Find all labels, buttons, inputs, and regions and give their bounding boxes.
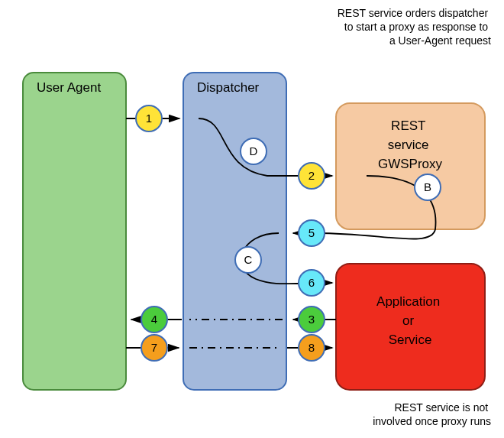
circle-1-label: 1 xyxy=(146,112,152,125)
circle-5-label: 5 xyxy=(309,226,315,239)
label-user-agent: User Agent xyxy=(37,80,101,95)
circle-b-label: B xyxy=(424,180,431,193)
circle-8-label: 8 xyxy=(309,341,315,354)
note-top: REST service orders dispatcher to start … xyxy=(338,7,491,47)
circle-d-label: D xyxy=(250,144,258,157)
label-dispatcher: Dispatcher xyxy=(197,80,260,95)
circle-2-label: 2 xyxy=(309,169,315,182)
circle-c-label: C xyxy=(244,253,253,266)
circle-3-label: 3 xyxy=(309,313,315,326)
circle-7-label: 7 xyxy=(151,341,157,354)
note-bottom: REST service is not involved once proxy … xyxy=(373,401,491,427)
circle-6-label: 6 xyxy=(309,276,315,289)
box-user-agent xyxy=(23,73,126,390)
circle-4-label: 4 xyxy=(151,313,157,326)
box-dispatcher xyxy=(183,73,286,390)
